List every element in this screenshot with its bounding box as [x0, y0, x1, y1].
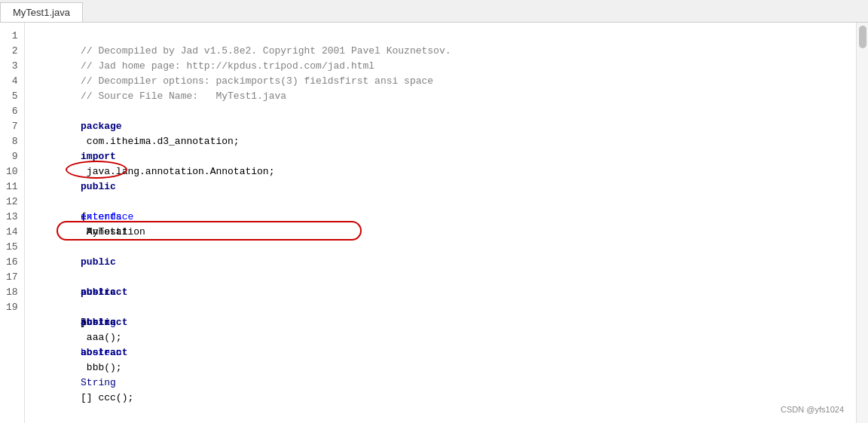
code-line-11: extends Annotation — [34, 179, 850, 195]
code-line-13 — [34, 210, 850, 225]
code-line-10: public interface MyTest1 — [34, 164, 850, 179]
code-line-14: public abstract String aaa(); — [34, 225, 850, 240]
scrollbar[interactable] — [856, 23, 868, 423]
editor-container: MyTest1.java 1 2 3 4 5 6 7 8 9 10 11 12 … — [0, 0, 868, 423]
code-line-9 — [34, 149, 850, 164]
line18-string: String — [81, 377, 116, 388]
line16-method: bbb(); — [81, 362, 122, 373]
code-line-4: // Source File Name: MyTest1.java — [34, 74, 850, 89]
code-area: 1 2 3 4 5 6 7 8 9 10 11 12 13 14 15 16 1… — [0, 23, 868, 423]
code-line-19: } — [34, 300, 850, 315]
code-line-6: package com.itheima.d3_annotation; — [34, 104, 850, 119]
code-line-2: // Jad home page: http://kpdus.tripod.co… — [34, 44, 850, 59]
tab-bar: MyTest1.java — [0, 0, 868, 23]
line19-brace: } — [81, 317, 87, 328]
code-line-16: public abstract boolean bbb(); — [34, 255, 850, 270]
line14-method: aaa(); — [81, 332, 122, 343]
line18-method: [] ccc(); — [81, 392, 133, 403]
code-line-17 — [34, 270, 850, 285]
code-line-7 — [34, 119, 850, 134]
code-line-3: // Decompiler options: packimports(3) fi… — [34, 59, 850, 74]
code-line-8: import java.lang.annotation.Annotation; — [34, 134, 850, 149]
line18-space2 — [81, 362, 87, 373]
line18-space1 — [81, 332, 87, 343]
code-line-18: public abstract String [] ccc(); — [34, 285, 850, 300]
line-numbers: 1 2 3 4 5 6 7 8 9 10 11 12 13 14 15 16 1… — [0, 23, 25, 423]
file-tab[interactable]: MyTest1.java — [0, 2, 83, 22]
code-line-15 — [34, 240, 850, 255]
code-line-1: // Decompiled by Jad v1.5.8e2. Copyright… — [34, 29, 850, 44]
watermark: CSDN @yfs1024 — [781, 402, 844, 417]
code-content[interactable]: // Decompiled by Jad v1.5.8e2. Copyright… — [25, 23, 856, 423]
code-line-12: { — [34, 195, 850, 210]
scrollbar-thumb[interactable] — [859, 26, 866, 48]
line18-abstract: abstract — [81, 347, 127, 358]
tab-label: MyTest1.java — [13, 7, 70, 18]
code-line-5 — [34, 89, 850, 104]
